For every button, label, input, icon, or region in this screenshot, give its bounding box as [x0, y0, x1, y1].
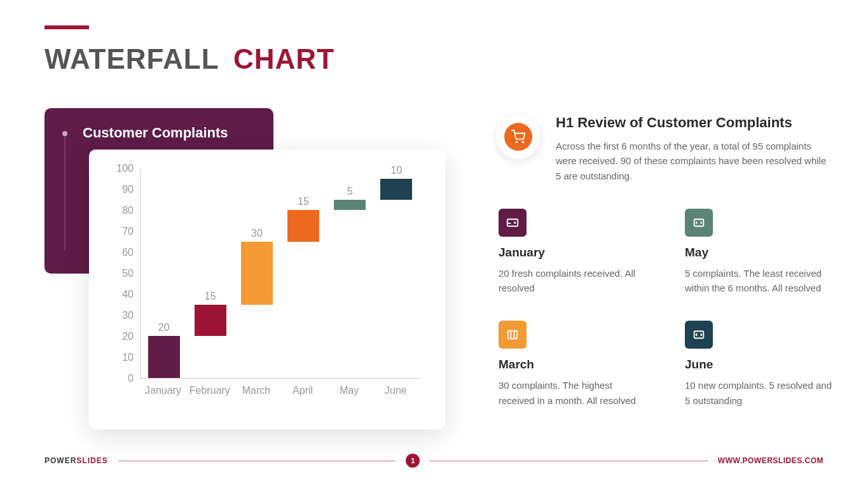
footer-brand: POWERSLIDES	[45, 456, 108, 465]
chart-card: 0102030405060708090100 20153015510 Janua…	[89, 150, 445, 429]
footer-brand-2: SLIDES	[76, 456, 107, 465]
accent-bar	[45, 25, 89, 29]
bar: 10	[380, 179, 412, 379]
card-icon	[499, 209, 527, 237]
card-body: 5 complaints. The least received within …	[685, 266, 833, 296]
decorative-line	[64, 136, 65, 251]
decorative-dot	[62, 131, 67, 136]
card-icon	[685, 209, 713, 237]
bar-rect	[287, 210, 319, 242]
page-number-badge: 1	[406, 454, 420, 468]
bar-rect	[241, 242, 273, 305]
card-title: January	[499, 246, 647, 260]
card-icon	[499, 321, 527, 349]
hero-title: H1 Review of Customer Complaints	[556, 115, 833, 131]
info-card: March30 complaints. The highest received…	[499, 321, 647, 408]
svg-point-0	[516, 141, 517, 143]
card-icon	[685, 321, 713, 349]
bar-value-label: 20	[148, 322, 180, 333]
bar-value-label: 5	[334, 186, 366, 197]
footer-url: WWW.POWERSLIDES.COM	[718, 456, 823, 465]
hero-body: Across the first 6 months of the year, a…	[556, 139, 833, 183]
info-card: June10 new complaints. 5 resolved and 5 …	[685, 321, 833, 408]
title-part-2: CHART	[233, 43, 334, 74]
y-tick: 0	[128, 373, 134, 384]
page-title: WATERFALL CHART	[45, 43, 334, 75]
footer: POWERSLIDES 1 WWW.POWERSLIDES.COM	[45, 454, 823, 468]
y-tick: 30	[122, 310, 134, 321]
bar: 20	[148, 336, 180, 378]
y-tick: 100	[116, 163, 134, 174]
card-body: 20 fresh complaints received. All resolv…	[499, 266, 647, 296]
info-panel: H1 Review of Customer Complaints Across …	[496, 115, 833, 408]
hero-text: H1 Review of Customer Complaints Across …	[556, 115, 833, 183]
x-axis-labels: JanuaryFebruaryMarchAprilMayJune	[140, 385, 420, 398]
card-title: May	[685, 246, 833, 260]
x-label: May	[327, 385, 371, 396]
bar-value-label: 15	[287, 196, 319, 207]
bar-rect	[334, 200, 366, 211]
card-body: 10 new complaints. 5 resolved and 5 outs…	[685, 378, 833, 408]
bar: 15	[287, 210, 319, 378]
x-label: March	[234, 385, 279, 396]
x-label: January	[141, 385, 186, 396]
bar: 15	[195, 305, 226, 379]
card-title: March	[499, 358, 647, 372]
hero-icon-container	[496, 115, 541, 159]
y-tick: 80	[122, 205, 134, 216]
y-tick: 70	[122, 226, 134, 237]
x-label: February	[188, 385, 232, 396]
card-title: June	[685, 358, 833, 372]
cart-icon	[504, 123, 532, 151]
bar-value-label: 15	[195, 291, 226, 302]
title-part-1: WATERFALL	[45, 43, 219, 74]
cards-grid: January20 fresh complaints received. All…	[499, 209, 833, 408]
x-label: June	[373, 385, 418, 396]
chart-caption: Customer Complaints	[83, 125, 228, 141]
y-axis-ticks: 0102030405060708090100	[102, 169, 140, 379]
y-tick: 90	[122, 184, 134, 195]
bar-value-label: 30	[241, 228, 273, 239]
bar-value-label: 10	[380, 165, 412, 176]
svg-point-1	[522, 141, 523, 143]
hero-section: H1 Review of Customer Complaints Across …	[496, 115, 833, 183]
svg-point-3	[514, 222, 516, 223]
y-tick: 10	[122, 352, 134, 363]
footer-brand-1: POWER	[45, 456, 76, 465]
footer-line-left	[118, 461, 396, 461]
svg-rect-4	[694, 219, 704, 226]
y-tick: 20	[122, 331, 134, 342]
bar-rect	[148, 336, 180, 378]
svg-rect-5	[508, 331, 518, 339]
x-label: April	[280, 385, 325, 396]
y-tick: 60	[122, 247, 134, 258]
y-tick: 40	[122, 289, 134, 300]
y-tick: 50	[122, 268, 134, 279]
footer-line-right	[430, 461, 708, 461]
chart-plot: 20153015510	[140, 169, 420, 379]
info-card: May5 complaints. The least received with…	[685, 209, 833, 296]
chart-area: 0102030405060708090100 20153015510 Janua…	[102, 169, 432, 398]
bar-rect	[195, 305, 226, 337]
bar: 5	[334, 200, 366, 379]
card-body: 30 complaints. The highest received in a…	[499, 378, 647, 408]
info-card: January20 fresh complaints received. All…	[499, 209, 647, 296]
bar-rect	[380, 179, 412, 200]
bar: 30	[241, 242, 273, 379]
